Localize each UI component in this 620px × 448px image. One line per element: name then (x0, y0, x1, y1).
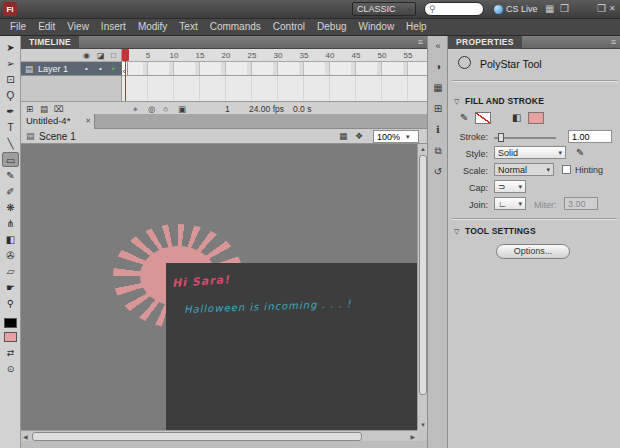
cap-select[interactable]: ⊃ ▾ (494, 180, 526, 193)
menu-insert[interactable]: Insert (95, 19, 132, 35)
edit-scene-icon[interactable]: ▦ (339, 131, 348, 141)
vertical-scrollbar[interactable]: ▲ ▼ (417, 144, 427, 430)
expand-panels-icon[interactable]: « (430, 38, 446, 55)
swap-colors-icon[interactable]: ⇄ (2, 346, 19, 361)
align-panel-icon[interactable]: ⊞ (430, 100, 446, 117)
tool-settings-section-header[interactable]: TOOL SETTINGS (465, 226, 536, 236)
free-transform-tool[interactable]: ⊡ (2, 72, 19, 87)
layer-outline-color-swatch[interactable]: ▪ (112, 64, 115, 73)
scale-select[interactable]: Normal ▾ (494, 163, 554, 176)
stroke-color-swatch[interactable] (475, 112, 491, 124)
cs-live-button[interactable]: CS Live (494, 2, 538, 16)
close-icon[interactable]: ✕ (609, 3, 616, 15)
scroll-left-icon[interactable]: ◀ (23, 433, 28, 440)
collapse-triangle-icon[interactable]: ▽ (454, 228, 459, 236)
playhead[interactable] (122, 49, 129, 61)
fill-color-swatch[interactable] (4, 332, 17, 342)
scene-name[interactable]: Scene 1 (39, 131, 76, 142)
frame-rate-value[interactable]: 24.00 fps (249, 104, 284, 114)
deco-tool[interactable]: ❋ (2, 200, 19, 215)
timeline-empty-frames[interactable] (122, 76, 427, 101)
transform-panel-icon[interactable]: ⧉ (430, 142, 446, 159)
document-tab[interactable]: Untitled-4* ✕ (21, 114, 95, 129)
selection-tool[interactable]: ➤ (2, 40, 19, 55)
menu-window[interactable]: Window (353, 19, 401, 35)
chevron-down-icon[interactable]: ▾ (406, 133, 410, 140)
swatches-panel-icon[interactable]: ▦ (430, 79, 446, 96)
hinting-checkbox[interactable] (562, 165, 571, 174)
layer-row[interactable]: ▤ Layer 1 • • ▪ (21, 62, 122, 76)
fill-color-swatch[interactable] (528, 112, 544, 124)
restore-window-icon[interactable]: ❐ (597, 3, 606, 15)
text-tool[interactable]: T (2, 120, 19, 135)
stroke-slider-thumb[interactable] (498, 133, 504, 142)
vertical-scroll-thumb[interactable] (419, 155, 427, 395)
outline-icon[interactable]: □ (111, 51, 116, 60)
color-panel-icon[interactable]: ◑ (430, 58, 446, 75)
message-text[interactable]: Halloween is incoming . . . ! (184, 298, 352, 315)
menu-modify[interactable]: Modify (132, 19, 173, 35)
delete-layer-icon[interactable]: ⌧ (54, 104, 64, 114)
hand-tool[interactable]: ☛ (2, 280, 19, 295)
paint-bucket-tool[interactable]: ◧ (2, 232, 19, 247)
edit-stroke-style-icon[interactable]: ✎ (576, 147, 584, 159)
properties-tab[interactable]: PROPERTIES (448, 36, 522, 49)
bone-tool[interactable]: ⋔ (2, 216, 19, 231)
edit-multiple-frames-icon[interactable]: ▣ (178, 104, 186, 114)
lasso-tool[interactable]: Ϙ (2, 88, 19, 103)
snap-to-objects-icon[interactable]: ⊙ (2, 362, 19, 377)
search-input[interactable] (436, 4, 476, 14)
menu-file[interactable]: File (4, 19, 32, 35)
pencil-tool[interactable]: ✎ (2, 168, 19, 183)
menu-control[interactable]: Control (267, 19, 311, 35)
panel-menu-icon[interactable]: ≡ (611, 36, 616, 49)
timeline-tab[interactable]: TIMELINE (21, 36, 79, 49)
panel-menu-icon[interactable]: ≡ (418, 36, 423, 49)
stage-dark-rectangle[interactable]: Hi Sara! Halloween is incoming . . . ! (166, 263, 417, 430)
search-field[interactable]: ⚲ (424, 2, 484, 16)
zoom-input[interactable] (374, 132, 406, 142)
onion-skin-icon[interactable]: ◎ (148, 104, 155, 114)
show-hide-eye-icon[interactable]: ◉ (83, 51, 90, 60)
workspace-switcher[interactable]: CLASSIC ▾ (352, 2, 416, 16)
stroke-color-swatch[interactable] (4, 318, 17, 328)
eyedropper-tool[interactable]: ✇ (2, 248, 19, 263)
layer-frames-row[interactable] (122, 62, 427, 76)
collapse-triangle-icon[interactable]: ▽ (454, 98, 459, 106)
menu-text[interactable]: Text (173, 19, 203, 35)
screen-mode-icon[interactable]: ❐ (560, 3, 569, 15)
stroke-value-field[interactable] (568, 130, 612, 143)
menu-view[interactable]: View (61, 19, 95, 35)
menu-commands[interactable]: Commands (204, 19, 267, 35)
edit-symbol-icon[interactable]: ❖ (355, 131, 363, 141)
options-button[interactable]: Options... (496, 244, 570, 259)
layer-lock-dot[interactable]: • (99, 64, 102, 73)
frame-ruler[interactable]: 5 10 15 20 25 30 35 40 45 50 55 (122, 49, 427, 62)
lock-icon[interactable]: ◪ (97, 51, 105, 60)
info-panel-icon[interactable]: ℹ (430, 121, 446, 138)
line-tool[interactable]: ╲ (2, 136, 19, 151)
layer-visible-dot[interactable]: • (85, 64, 88, 73)
pen-tool[interactable]: ✒ (2, 104, 19, 119)
horizontal-scroll-thumb[interactable] (32, 432, 362, 441)
polystar-rectangle-tool[interactable]: ▭ (2, 152, 19, 167)
fill-and-stroke-section-header[interactable]: FILL AND STROKE (465, 96, 544, 106)
menu-debug[interactable]: Debug (311, 19, 352, 35)
horizontal-scrollbar[interactable]: ◀ ▶ (21, 430, 417, 441)
flash-app-icon[interactable]: Fl (3, 2, 17, 16)
arrange-documents-icon[interactable]: ▦ (545, 3, 554, 15)
eraser-tool[interactable]: ▱ (2, 264, 19, 279)
layer-name[interactable]: Layer 1 (38, 64, 68, 74)
new-layer-icon[interactable]: ⊞ (26, 104, 33, 114)
new-folder-icon[interactable]: ▤ (40, 104, 48, 114)
style-select[interactable]: Solid ▾ (494, 146, 566, 159)
history-panel-icon[interactable]: ↺ (430, 163, 446, 180)
menu-edit[interactable]: Edit (32, 19, 61, 35)
onion-skin-outlines-icon[interactable]: ○ (163, 104, 168, 114)
join-select[interactable]: ∟ ▾ (494, 197, 526, 210)
zoom-control[interactable]: ▾ (373, 130, 419, 143)
scroll-right-icon[interactable]: ▶ (410, 433, 415, 440)
center-frame-icon[interactable]: ⌖ (133, 104, 138, 114)
menu-help[interactable]: Help (400, 19, 433, 35)
close-document-icon[interactable]: ✕ (85, 117, 91, 125)
